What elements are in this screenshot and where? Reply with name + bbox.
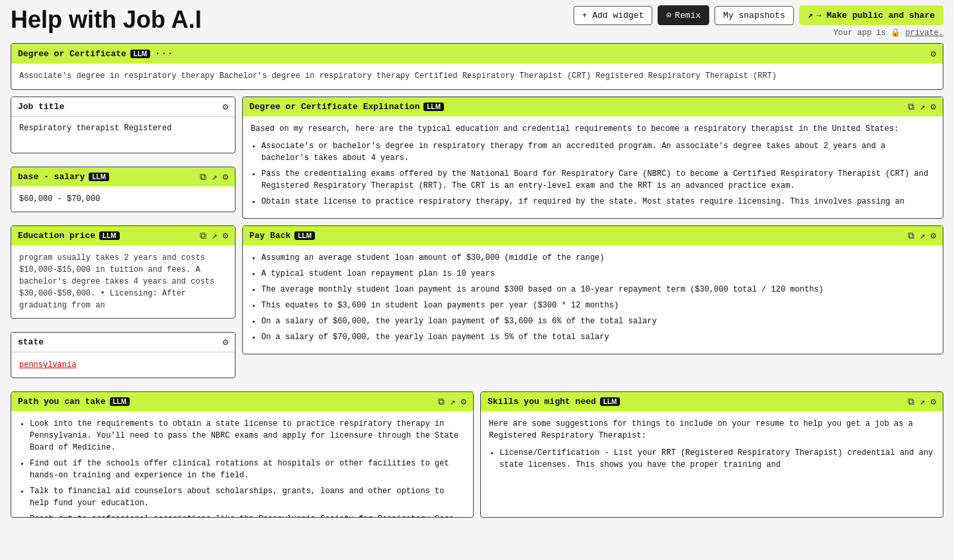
list-item: The average monthly student loan payment… [261, 284, 935, 296]
degree-explanation-header: Degree or Certificate Explination LLM ⧉ … [243, 97, 943, 116]
private-link[interactable]: private. [905, 28, 943, 38]
degree-explanation-widget: Degree or Certificate Explination LLM ⧉ … [242, 97, 943, 219]
payback-llm-badge: LLM [294, 231, 315, 240]
skills-title: Skills you might need [488, 397, 596, 407]
list-item: Pass the credentialing exams offered by … [261, 168, 935, 192]
list-item: Talk to financial aid counselors about s… [30, 485, 465, 509]
education-price-copy-icon[interactable]: ⧉ [200, 231, 206, 241]
payback-header-left: Pay Back LLM [249, 231, 315, 241]
list-item: A typical student loan repayment plan is… [261, 268, 935, 280]
education-price-widget: Education price LLM ⧉ ↗ ⚙ program usuall… [11, 225, 236, 319]
bottom-row: Path you can take LLM ⧉ ↗ ⚙ Look into th… [11, 391, 943, 524]
degree-explanation-share-icon[interactable]: ↗ [920, 101, 925, 112]
path-header: Path you can take LLM ⧉ ↗ ⚙ [11, 392, 473, 411]
payback-widget: Pay Back LLM ⧉ ↗ ⚙ Assuming an average s… [242, 225, 943, 354]
degree-certificate-title: Degree or Certificate [18, 49, 126, 59]
education-price-title: Education price [18, 231, 95, 241]
skills-intro: Here are some suggestions for things to … [489, 418, 935, 442]
lock-icon: 🔒 [890, 28, 900, 38]
header: Help with Job A.I + Add widget ⊙ Remix M… [0, 0, 954, 38]
list-item: License/Certification - List your RRT (R… [499, 447, 935, 471]
base-salary-share-icon[interactable]: ↗ [212, 171, 217, 182]
list-item: Obtain state license to practice respira… [261, 196, 935, 208]
path-body: Look into the requirements to obtain a s… [11, 411, 473, 517]
education-price-body: program usually takes 2 years and costs … [11, 245, 235, 318]
degree-certificate-widget: Degree or Certificate LLM ··· ⚙ Associat… [11, 43, 943, 90]
skills-settings-icon[interactable]: ⚙ [931, 396, 936, 407]
base-salary-settings-icon[interactable]: ⚙ [223, 171, 228, 182]
job-title-input[interactable] [19, 124, 227, 142]
header-buttons: + Add widget ⊙ Remix My snapshots ↗ → Ma… [574, 5, 943, 25]
skills-header-left: Skills you might need LLM [488, 397, 620, 407]
base-salary-header: base - salary LLM ⧉ ↗ ⚙ [11, 167, 235, 186]
education-price-header: Education price LLM ⧉ ↗ ⚙ [11, 226, 235, 245]
path-copy-icon[interactable]: ⧉ [438, 397, 445, 407]
education-price-header-left: Education price LLM [18, 231, 120, 241]
left-column: Job title ⚙ base - salary LLM ⧉ ↗ [11, 97, 236, 385]
header-right: + Add widget ⊙ Remix My snapshots ↗ → Ma… [574, 5, 943, 38]
base-salary-body: $60,000 - $70,000 [11, 186, 235, 212]
remix-button[interactable]: ⊙ Remix [658, 5, 709, 25]
state-body: pennsylvania [11, 352, 235, 378]
degree-explanation-settings-icon[interactable]: ⚙ [931, 101, 936, 112]
degree-explanation-llm-badge: LLM [423, 102, 444, 111]
list-item: On a salary of $70,000, the yearly loan … [261, 331, 935, 343]
my-snapshots-button[interactable]: My snapshots [715, 6, 794, 25]
main-two-col: Job title ⚙ base - salary LLM ⧉ ↗ [11, 97, 943, 385]
skills-copy-icon[interactable]: ⧉ [908, 397, 914, 407]
base-salary-widget: base - salary LLM ⧉ ↗ ⚙ $60,000 - $70,00… [11, 167, 236, 212]
education-price-content: program usually takes 2 years and costs … [19, 252, 227, 311]
degree-certificate-llm-badge: LLM [130, 50, 151, 58]
job-title-settings-icon[interactable]: ⚙ [223, 101, 228, 112]
degree-explanation-title: Degree or Certificate Explination [249, 102, 419, 112]
path-settings-icon[interactable]: ⚙ [461, 396, 466, 407]
degree-certificate-body: Associate's degree in respiratory therap… [11, 63, 943, 89]
payback-icons: ⧉ ↗ ⚙ [908, 230, 936, 241]
payback-settings-icon[interactable]: ⚙ [931, 230, 936, 241]
job-title-widget: Job title ⚙ [11, 97, 236, 153]
remix-icon: ⊙ [666, 10, 672, 20]
skills-bullets: License/Certification - List your RRT (R… [489, 447, 935, 471]
right-column: Degree or Certificate Explination LLM ⧉ … [242, 97, 943, 385]
education-price-share-icon[interactable]: ↗ [212, 230, 217, 241]
path-widget: Path you can take LLM ⧉ ↗ ⚙ Look into th… [11, 391, 474, 518]
education-price-icons: ⧉ ↗ ⚙ [200, 230, 228, 241]
path-llm-badge: LLM [110, 397, 130, 406]
list-item: Reach out to professional associations l… [30, 513, 465, 518]
skills-widget: Skills you might need LLM ⧉ ↗ ⚙ Here are… [480, 391, 943, 518]
list-item: On a salary of $60,000, the yearly loan … [261, 315, 935, 327]
path-share-icon[interactable]: ↗ [450, 396, 455, 407]
payback-body: Assuming an average student loan amount … [243, 245, 943, 354]
payback-header: Pay Back LLM ⧉ ↗ ⚙ [243, 226, 943, 245]
degree-explanation-icons: ⧉ ↗ ⚙ [908, 101, 936, 112]
skills-share-icon[interactable]: ↗ [920, 396, 925, 407]
degree-certificate-header-left: Degree or Certificate LLM ··· [18, 48, 173, 60]
skills-body: Here are some suggestions for things to … [481, 411, 943, 517]
job-title-body [11, 117, 235, 153]
education-price-llm-badge: LLM [99, 231, 120, 240]
payback-title: Pay Back [249, 231, 290, 241]
base-salary-llm-badge: LLM [89, 173, 109, 181]
make-public-button[interactable]: ↗ → Make public and share [799, 5, 943, 25]
degree-certificate-dots[interactable]: ··· [154, 48, 173, 60]
degree-explanation-body: Based on my research, here are the typic… [243, 116, 943, 218]
state-label: state [18, 337, 44, 347]
state-settings-icon[interactable]: ⚙ [223, 337, 228, 348]
page-title: Help with Job A.I [11, 5, 202, 34]
base-salary-icons: ⧉ ↗ ⚙ [200, 171, 228, 182]
degree-explanation-bullets: Associate's or bachelor's degree in resp… [251, 140, 935, 208]
degree-certificate-settings-icon[interactable]: ⚙ [931, 48, 936, 60]
base-salary-copy-icon[interactable]: ⧉ [200, 172, 206, 182]
list-item: This equates to $3,600 in student loan p… [261, 300, 935, 311]
state-value[interactable]: pennsylvania [19, 360, 76, 370]
add-widget-button[interactable]: + Add widget [574, 6, 653, 25]
skills-header: Skills you might need LLM ⧉ ↗ ⚙ [481, 392, 943, 411]
degree-certificate-header: Degree or Certificate LLM ··· ⚙ [11, 44, 943, 63]
job-title-label: Job title [18, 102, 64, 112]
list-item: Find out if the schools offer clinical r… [30, 458, 465, 481]
list-item: Associate's or bachelor's degree in resp… [261, 140, 935, 164]
payback-copy-icon[interactable]: ⧉ [908, 231, 914, 241]
education-price-settings-icon[interactable]: ⚙ [223, 230, 228, 241]
payback-share-icon[interactable]: ↗ [920, 230, 925, 241]
degree-explanation-copy-icon[interactable]: ⧉ [908, 102, 914, 112]
